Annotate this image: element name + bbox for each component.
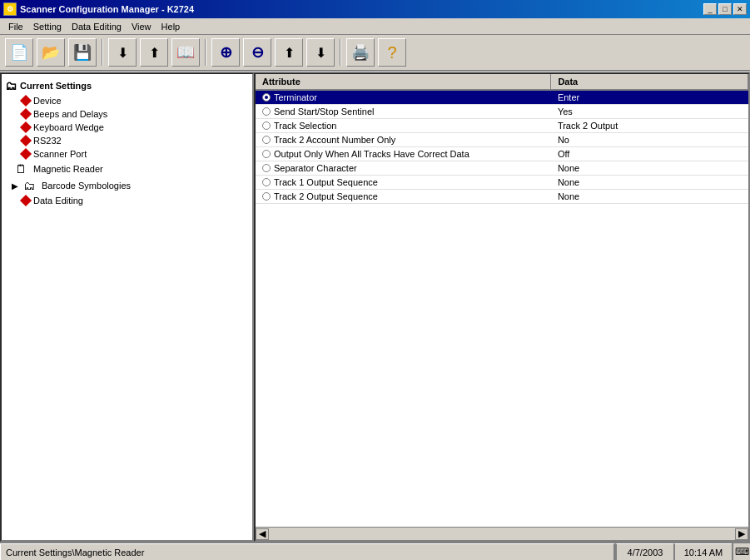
table-row[interactable]: Terminator Enter	[256, 90, 748, 105]
table-row[interactable]: Track 1 Output Sequence None	[256, 176, 748, 190]
sidebar-item-keyboard-wedge[interactable]: Keyboard Wedge	[2, 121, 252, 134]
new-icon	[10, 43, 28, 62]
data-cell: None	[551, 161, 748, 176]
book-icon	[176, 43, 195, 62]
move-down-button[interactable]: ⬇	[306, 38, 335, 67]
menu-setting[interactable]: Setting	[28, 20, 67, 33]
data-cell: None	[551, 190, 748, 204]
table-wrapper[interactable]: Attribute Data Terminator Enter	[256, 74, 748, 527]
status-right: 4/7/2003 10:14 AM ⌨	[615, 543, 750, 560]
menu-view[interactable]: View	[127, 20, 156, 33]
open-button[interactable]	[37, 38, 65, 67]
radio-button[interactable]	[262, 136, 271, 144]
sidebar-item-magnetic-reader[interactable]: 🗒 Magnetic Reader	[2, 161, 252, 177]
move-up-icon: ⬆	[284, 45, 295, 61]
upload-icon: ⬆	[149, 45, 160, 61]
sidebar-item-device[interactable]: Device	[2, 94, 252, 107]
attribute-cell: Output Only When All Tracks Have Correct…	[256, 147, 551, 161]
tree-root-icon: 🗂	[5, 79, 17, 92]
table-row[interactable]: Send Start/Stop Sentinel Yes	[256, 105, 748, 119]
help-icon: ?	[387, 43, 396, 62]
sidebar-item-barcode-symbologies[interactable]: ▶ 🗂 Barcode Symbologies	[2, 177, 252, 194]
attribute-header: Attribute	[256, 74, 551, 90]
status-bar: Current Settings\Magnetic Reader 4/7/200…	[0, 542, 750, 560]
menu-file[interactable]: File	[3, 20, 28, 33]
data-header: Data	[551, 74, 748, 90]
menu-bar: File Setting Data Editing View Help	[0, 18, 750, 35]
minimize-button[interactable]: _	[703, 3, 717, 15]
sidebar-item-beeps-and-delays[interactable]: Beeps and Delays	[2, 107, 252, 121]
menu-data-editing[interactable]: Data Editing	[67, 20, 127, 33]
open-icon	[42, 43, 60, 62]
sidebar-item-data-editing[interactable]: Data Editing	[2, 194, 252, 207]
window-controls: _ □ ✕	[703, 3, 747, 15]
remove-icon: ⊖	[251, 43, 264, 62]
move-up-button[interactable]: ⬆	[275, 38, 303, 67]
attribute-cell: Separator Character	[256, 161, 551, 176]
sidebar-item-rs232[interactable]: RS232	[2, 134, 252, 147]
data-cell: No	[551, 133, 748, 147]
maximize-button[interactable]: □	[718, 3, 732, 15]
sidebar-item-label: Data Editing	[33, 196, 83, 206]
status-time: 10:14 AM	[673, 543, 732, 560]
separator-1	[102, 39, 103, 66]
app-icon: ⚙	[3, 2, 17, 16]
new-button[interactable]	[5, 38, 33, 67]
data-cell: Enter	[551, 90, 748, 105]
table-row[interactable]: Output Only When All Tracks Have Correct…	[256, 147, 748, 161]
toolbar: ⬇ ⬆ ⊕ ⊖ ⬆ ⬇ ?	[0, 35, 750, 72]
menu-help[interactable]: Help	[156, 20, 186, 33]
sidebar-item-label: Scanner Port	[33, 149, 87, 159]
radio-button[interactable]	[262, 107, 271, 116]
download-button[interactable]: ⬇	[108, 38, 137, 67]
close-button[interactable]: ✕	[733, 3, 747, 15]
table-row[interactable]: Separator Character None	[256, 161, 748, 176]
scrollbar-right-button[interactable]: ▶	[735, 528, 748, 540]
move-down-icon: ⬇	[315, 45, 326, 61]
sidebar-item-label: Keyboard Wedge	[33, 122, 104, 132]
horizontal-scrollbar[interactable]: ◀ ▶	[256, 527, 748, 540]
scrollbar-left-button[interactable]: ◀	[256, 528, 269, 540]
sidebar-item-label: Device	[33, 96, 62, 106]
content-panel: Attribute Data Terminator Enter	[254, 72, 750, 542]
barcode-symbologies-icon: 🗂	[23, 179, 35, 192]
add-icon: ⊕	[220, 43, 232, 62]
attribute-cell: Track 2 Account Number Only	[256, 133, 551, 147]
sidebar-item-label: Magnetic Reader	[33, 164, 103, 174]
radio-button[interactable]	[262, 192, 271, 201]
magnetic-reader-icon: 🗒	[15, 162, 27, 176]
table-row[interactable]: Track Selection Track 2 Output	[256, 119, 748, 133]
help-button[interactable]: ?	[378, 38, 406, 67]
sidebar-item-scanner-port[interactable]: Scanner Port	[2, 147, 252, 161]
status-date: 4/7/2003	[615, 543, 673, 560]
radio-button[interactable]	[262, 178, 271, 186]
separator-3	[340, 39, 341, 66]
scrollbar-track[interactable]	[269, 529, 735, 539]
radio-button[interactable]	[262, 93, 271, 102]
remove-button[interactable]: ⊖	[243, 38, 271, 67]
save-icon	[73, 43, 92, 62]
radio-button[interactable]	[262, 164, 271, 172]
data-cell: Track 2 Output	[551, 119, 748, 133]
scanner-port-icon	[20, 148, 32, 160]
upload-button[interactable]: ⬆	[140, 38, 168, 67]
radio-button[interactable]	[262, 150, 271, 158]
table-row[interactable]: Track 2 Output Sequence None	[256, 190, 748, 204]
window-title: Scanner Configuration Manager - K2724	[20, 4, 194, 14]
attribute-cell: Track Selection	[256, 119, 551, 133]
status-icon: ⌨	[732, 543, 750, 560]
print-icon	[351, 43, 370, 62]
main-layout: 🗂 Current Settings Device Beeps and Dela…	[0, 72, 750, 542]
print-button[interactable]	[346, 38, 375, 67]
book-button[interactable]	[171, 38, 200, 67]
save-button[interactable]	[68, 38, 97, 67]
data-cell: None	[551, 176, 748, 190]
attribute-table: Attribute Data Terminator Enter	[256, 74, 748, 204]
attribute-cell: Send Start/Stop Sentinel	[256, 105, 551, 119]
sidebar-item-label: RS232	[33, 136, 62, 146]
table-row[interactable]: Track 2 Account Number Only No	[256, 133, 748, 147]
tree-panel: 🗂 Current Settings Device Beeps and Dela…	[0, 72, 254, 542]
rs232-icon	[20, 135, 32, 146]
radio-button[interactable]	[262, 121, 271, 130]
add-button[interactable]: ⊕	[211, 38, 240, 67]
